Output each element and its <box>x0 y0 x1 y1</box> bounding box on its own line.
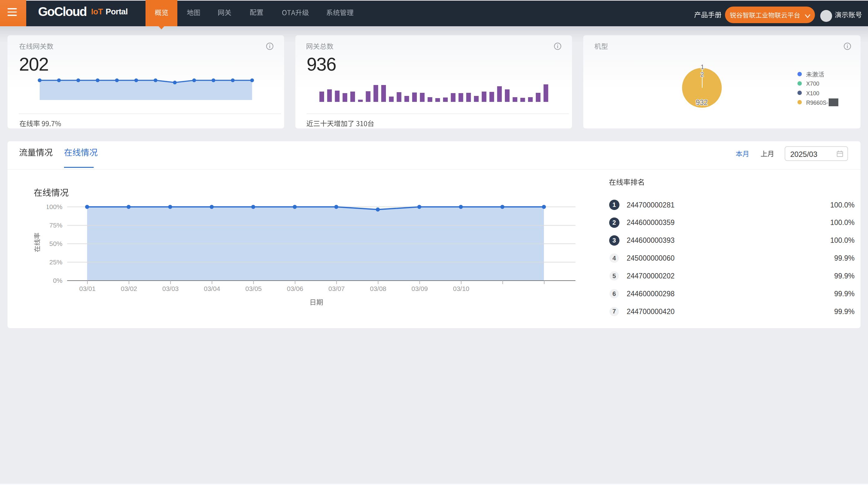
svg-text:03/10: 03/10 <box>453 285 470 292</box>
svg-text:03/02: 03/02 <box>121 285 137 292</box>
svg-text:03/05: 03/05 <box>245 285 262 292</box>
svg-text:03/06: 03/06 <box>287 285 304 292</box>
svg-text:50%: 50% <box>49 240 62 247</box>
svg-text:03/08: 03/08 <box>370 285 386 292</box>
svg-text:75%: 75% <box>49 222 62 229</box>
svg-text:03/04: 03/04 <box>204 285 220 292</box>
svg-text:03/01: 03/01 <box>79 285 96 292</box>
svg-text:03/09: 03/09 <box>411 285 428 292</box>
svg-text:1: 1 <box>701 63 704 70</box>
svg-text:03/07: 03/07 <box>329 285 345 292</box>
svg-text:0%: 0% <box>53 277 62 284</box>
svg-text:2: 2 <box>700 71 704 78</box>
svg-text:03/03: 03/03 <box>162 285 179 292</box>
svg-text:932: 932 <box>696 98 708 107</box>
svg-text:25%: 25% <box>49 258 62 266</box>
svg-text:100%: 100% <box>47 203 62 210</box>
